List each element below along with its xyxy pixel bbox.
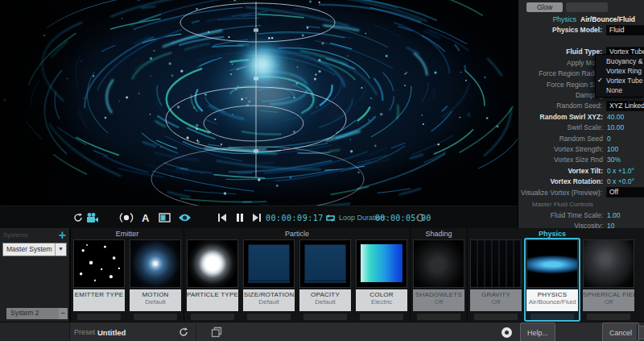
parameter-dropdown[interactable]: Off — [606, 187, 644, 198]
system-2-item[interactable]: System 2 — [6, 308, 59, 319]
tile-subtitle: Air/Bounce/Fluid — [526, 298, 578, 306]
tile-reflection — [530, 314, 574, 320]
system-selector[interactable]: Master System ▼ — [2, 243, 67, 256]
loop-icon[interactable] — [324, 206, 336, 229]
menu-item[interactable]: ✓Vortex Tube — [596, 76, 644, 85]
preview-viewport[interactable] — [0, 0, 518, 206]
tile-title: MOTION — [130, 291, 181, 298]
menu-item[interactable]: Buoyancy & Swirl — [596, 56, 644, 66]
eye-icon[interactable] — [178, 206, 192, 229]
parameter-row: Vortex Size Rnd30% — [518, 155, 644, 165]
reset-icon[interactable] — [72, 206, 84, 229]
info-dot-icon — [502, 327, 512, 338]
tab-glow[interactable]: Glow — [526, 2, 563, 12]
tile-title: PHYSICS — [526, 291, 578, 298]
parameter-row: Viscosity:10 — [518, 221, 644, 228]
motion-blur-icon[interactable] — [119, 206, 134, 229]
parameter-label: Random Seed: — [518, 102, 606, 110]
parameter-value[interactable]: 1.00 — [607, 211, 644, 219]
tile-label: GRAVITYOff — [470, 289, 522, 311]
undo-icon[interactable] — [178, 322, 189, 341]
divider — [637, 324, 638, 340]
backdrop-icon[interactable] — [159, 206, 171, 229]
block-tile[interactable]: SIZE/ROTATIONDefault — [242, 239, 295, 320]
tile-reflection — [587, 314, 630, 320]
panel-spacer — [518, 35, 644, 47]
block-tile[interactable]: COLORElectric — [355, 239, 408, 320]
darkcloud-thumbnail — [413, 239, 464, 288]
tile-label: SHADOWLETSOff — [413, 289, 464, 311]
cancel-button[interactable]: Cancel — [602, 322, 639, 341]
parameter-row: Visualize Vortex (Preview):Off — [518, 187, 644, 198]
tile-subtitle: Default — [243, 298, 295, 306]
add-system-button[interactable]: + — [59, 228, 66, 243]
next-frame-button[interactable] — [252, 206, 262, 229]
tile-label: SPHERICAL FIELDOff — [583, 289, 634, 311]
gradient-thumbnail — [356, 239, 407, 288]
status-dot-button[interactable] — [502, 322, 512, 341]
tile-reflection — [360, 314, 403, 320]
block-tile[interactable]: OPACITYDefault — [299, 239, 352, 320]
tile-reflection — [303, 314, 347, 320]
playback-bar: A 00:00:09:17 Loop Duration: 00:00:05:00 — [0, 206, 518, 229]
tile-reflection — [134, 314, 177, 320]
parameter-label: Force Region Radius — [518, 69, 607, 77]
parameter-value[interactable]: 30% — [607, 156, 644, 164]
tile-reflection — [474, 314, 518, 320]
parameter-value[interactable]: 10 — [607, 222, 644, 228]
parameter-dropdown[interactable]: XYZ Linked — [606, 101, 644, 111]
menu-item[interactable]: None — [596, 85, 644, 95]
parameter-label: Swirl Scale: — [518, 123, 607, 131]
clipped-button[interactable] — [638, 326, 644, 339]
panel-section-label: Master Fluid Controls — [518, 200, 644, 210]
block-group: PhysicsGRAVITYOffPHYSICSAir/Bounce/Fluid… — [467, 228, 637, 322]
help-button[interactable]: Help... — [520, 322, 555, 341]
parameter-value[interactable]: 10.00 — [607, 123, 644, 131]
block-tile[interactable]: SPHERICAL FIELDOff — [582, 239, 635, 320]
parameter-label: Damping — [518, 91, 607, 99]
parameter-row: Vortex Strength:100 — [518, 143, 644, 154]
tile-label: OPACITYDefault — [299, 289, 351, 311]
prev-frame-button[interactable] — [217, 206, 227, 229]
menu-item[interactable]: Vortex Ring — [596, 66, 644, 76]
sphere-thumbnail — [583, 239, 634, 288]
layers-icon[interactable] — [211, 322, 222, 341]
parameter-value[interactable]: 100 — [607, 145, 644, 153]
tile-reflection — [247, 314, 291, 320]
bottom-bar-left-segment — [0, 322, 70, 341]
parameter-value[interactable]: Air/Bounce/Fluid — [580, 15, 644, 23]
chevron-down-icon: ▼ — [55, 243, 66, 256]
tile-subtitle: Off — [470, 298, 522, 306]
tile-title: SHADOWLETS — [413, 291, 464, 298]
pause-button[interactable] — [236, 206, 244, 229]
tile-title: PARTICLE TYPE — [187, 291, 238, 298]
block-tile[interactable]: GRAVITYOff — [469, 239, 522, 320]
parameter-label: Fluid Type: — [518, 48, 606, 56]
block-tile[interactable]: EMITTER TYPE — [72, 239, 126, 320]
current-timecode[interactable]: 00:00:09:17 — [266, 206, 324, 229]
bluepanel-thumbnail — [243, 239, 295, 288]
fluidwave-thumbnail — [526, 239, 578, 288]
camera-icon[interactable] — [86, 206, 99, 229]
letter-a-icon[interactable]: A — [142, 206, 149, 229]
tile-label: MOTIONDefault — [130, 289, 181, 311]
block-tile[interactable]: SHADOWLETSOff — [412, 239, 465, 320]
block-tile[interactable]: MOTIONDefault — [129, 239, 182, 320]
group-header: Particle — [186, 228, 408, 239]
parameter-value[interactable]: 0 x +0.0° — [607, 177, 644, 185]
remove-system-button[interactable]: − — [59, 308, 68, 319]
group-header: Emitter — [72, 228, 182, 239]
parameter-value[interactable]: 40.00 — [607, 113, 644, 121]
parameter-value[interactable]: 0 — [607, 135, 644, 143]
block-tile[interactable]: PARTICLE TYPE — [186, 239, 239, 320]
block-group: ParticlePARTICLE TYPESIZE/ROTATIONDefaul… — [184, 228, 410, 322]
refresh-spinner-icon — [415, 206, 425, 229]
parameter-value[interactable]: 0 x +1.0° — [607, 167, 644, 175]
parameter-dropdown[interactable]: Fluid — [606, 25, 644, 35]
fluid-type-dropdown-menu: Buoyancy & SwirlVortex Ring✓Vortex TubeN… — [595, 54, 644, 98]
block-group: EmitterEMITTER TYPEMOTIONDefault — [70, 228, 184, 322]
tab-secondary[interactable] — [566, 2, 608, 12]
tile-row: EMITTER TYPEMOTIONDefault — [72, 239, 182, 320]
block-tile[interactable]: PHYSICSAir/Bounce/Fluid — [526, 239, 579, 320]
parameter-label: Vortex Rotation: — [518, 177, 607, 185]
